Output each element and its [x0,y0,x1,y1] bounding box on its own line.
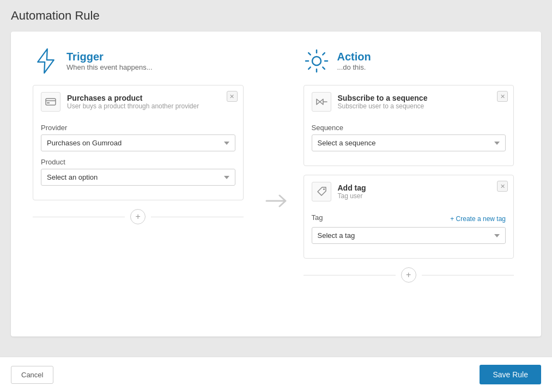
sequence-label: Sequence [312,124,506,132]
add-trigger-button[interactable]: + [130,209,145,224]
trigger-icon [33,48,59,74]
sequence-form-group: Sequence Select a sequence [312,124,506,151]
subscribe-sequence-card: Subscribe to a sequence Subscribe user t… [304,85,514,166]
tag-form-group: Tag + Create a new tag Select a tag [312,213,506,244]
divider-left [33,217,125,217]
divider-left-action [304,275,396,275]
trigger-event-card: Purchases a product User buys a product … [33,85,244,200]
tag-label: Tag [312,213,323,222]
action-add-divider: + [304,267,514,283]
subscribe-close-button[interactable]: ✕ [497,91,508,102]
trigger-event-desc: User buys a product through another prov… [67,102,199,110]
action-header: Action ...do this. [304,48,514,74]
subscribe-name: Subscribe to a sequence [338,94,428,102]
trigger-close-button[interactable]: ✕ [227,91,238,102]
divider-right-action [422,275,514,275]
arrow-right-icon [265,193,287,213]
provider-form-group: Provider Purchases on Gumroad [41,124,235,151]
svg-rect-2 [47,102,50,103]
product-select[interactable]: Select an option [41,169,235,186]
trigger-heading: Trigger [66,51,153,63]
trigger-event-name: Purchases a product [67,94,199,102]
trigger-add-divider: + [33,209,244,224]
action-subheading: ...do this. [337,63,371,71]
save-rule-button[interactable]: Save Rule [480,365,541,384]
action-icon [304,48,330,74]
add-tag-name: Add tag [338,183,366,192]
provider-select[interactable]: Purchases on Gumroad [41,134,235,151]
product-label: Product [41,158,235,166]
page-title: Automation Rule [11,9,541,23]
trigger-subheading: When this event happens... [66,63,153,71]
footer: Cancel Save Rule [0,357,552,392]
action-heading: Action [337,51,371,63]
subscribe-desc: Subscribe user to a sequence [338,102,428,110]
trigger-column: Trigger When this event happens... [27,48,254,326]
tag-icon [312,182,331,201]
divider-right [151,217,243,217]
add-tag-close-button[interactable]: ✕ [497,181,508,192]
purchases-product-icon [41,92,60,112]
product-form-group: Product Select an option [41,158,235,186]
add-action-button[interactable]: + [401,267,416,283]
add-tag-card: Add tag Tag user ✕ Tag + Create a new ta… [304,175,514,259]
subscribe-icon [312,92,331,112]
trigger-header: Trigger When this event happens... [33,48,244,74]
sequence-select[interactable]: Select a sequence [312,134,506,151]
create-new-tag-link[interactable]: + Create a new tag [450,215,506,223]
action-column: Action ...do this. [298,48,525,326]
add-tag-desc: Tag user [338,192,366,200]
svg-point-5 [323,188,325,190]
provider-label: Provider [41,124,235,132]
tag-select[interactable]: Select a tag [312,227,506,244]
arrow-divider [254,48,298,326]
svg-point-3 [312,57,321,65]
svg-rect-0 [46,99,56,105]
cancel-button[interactable]: Cancel [11,366,53,384]
